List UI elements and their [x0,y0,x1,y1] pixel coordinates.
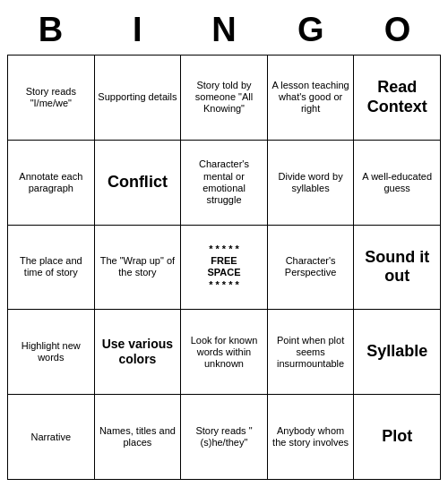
cell-r2-c1: The "Wrap up" of the story [94,225,181,310]
cell-r3-c2: Look for known words within unknown [181,310,268,395]
letter-b: B [7,11,94,49]
letter-i: I [94,11,181,49]
cell-r4-c4: Plot [354,395,441,480]
cell-r3-c1: Use various colors [94,310,181,395]
cell-r2-c0: The place and time of story [8,225,95,310]
cell-r2-c3: Character's Perspective [267,225,354,310]
bingo-title: B I N G O [7,7,441,55]
cell-r4-c0: Narrative [8,395,95,480]
cell-r2-c2: * * * * *FREESPACE* * * * * [181,225,268,310]
cell-r0-c4: Read Context [354,56,441,141]
cell-r1-c1: Conflict [94,140,181,225]
cell-r1-c4: A well-educated guess [354,140,441,225]
cell-r0-c0: Story reads "I/me/we" [8,56,95,141]
cell-r4-c2: Story reads "(s)he/they" [181,395,268,480]
cell-r4-c1: Names, titles and places [94,395,181,480]
cell-r1-c3: Divide word by syllables [267,140,354,225]
cell-r3-c4: Syllable [354,310,441,395]
cell-r1-c0: Annotate each paragraph [8,140,95,225]
cell-r2-c4: Sound it out [354,225,441,310]
cell-r0-c2: Story told by someone "All Knowing" [181,56,268,141]
cell-r1-c2: Character's mental or emotional struggle [181,140,268,225]
bingo-grid: Story reads "I/me/we"Supporting detailsS… [7,55,441,480]
cell-r4-c3: Anybody whom the story involves [267,395,354,480]
letter-o: O [354,11,441,49]
cell-r3-c0: Highlight new words [8,310,95,395]
letter-g: G [267,11,354,49]
cell-r3-c3: Point when plot seems insurmountable [267,310,354,395]
letter-n: N [181,11,268,49]
cell-r0-c1: Supporting details [94,56,181,141]
cell-r0-c3: A lesson teaching what's good or right [267,56,354,141]
